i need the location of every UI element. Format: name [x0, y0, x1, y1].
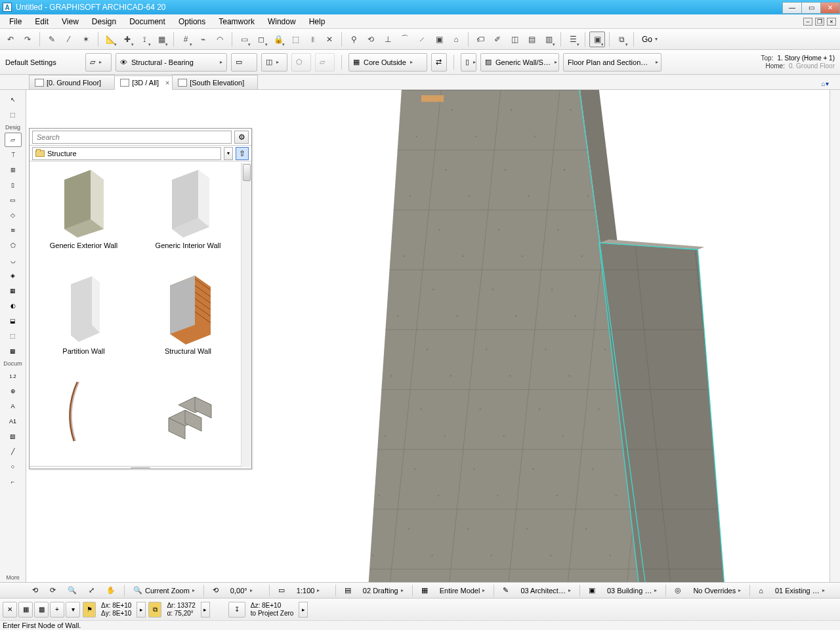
- split-button[interactable]: ⟋: [414, 32, 430, 47]
- find-button[interactable]: ⚲: [346, 32, 362, 47]
- open-view-button[interactable]: ☰: [565, 32, 581, 47]
- polyline-tool[interactable]: ⌐: [5, 474, 22, 489]
- maximize-button[interactable]: ▭: [801, 2, 821, 14]
- more-tools-label[interactable]: More: [3, 573, 23, 582]
- inject-button[interactable]: ⁄: [61, 32, 77, 47]
- zoom-selector[interactable]: 🔍 Current Zoom▸: [129, 584, 200, 597]
- pen-set-icon[interactable]: ✎: [498, 584, 513, 597]
- grid-plus-button[interactable]: +: [50, 602, 64, 618]
- favorites-settings-button[interactable]: ⚙: [234, 131, 249, 144]
- selection-button[interactable]: ⟲: [363, 32, 379, 47]
- curtain-wall-tool[interactable]: ▦: [5, 284, 22, 298]
- minimize-button[interactable]: —: [782, 2, 802, 14]
- prev-zoom-button[interactable]: ⟲: [28, 584, 43, 597]
- menu-document[interactable]: Document: [123, 14, 172, 28]
- tab-overflow-button[interactable]: ⌂▾: [815, 77, 835, 89]
- wall-tool[interactable]: ▱: [5, 133, 22, 147]
- marquee-tool[interactable]: ⬚: [5, 108, 22, 122]
- menu-help[interactable]: Help: [303, 14, 332, 28]
- home-story-value[interactable]: 0. Ground Floor: [789, 62, 835, 70]
- next-zoom-button[interactable]: ⟳: [45, 584, 60, 597]
- favorite-item[interactable]: Generic Exterior Wall: [35, 167, 133, 266]
- home-button[interactable]: ⌂: [448, 32, 464, 47]
- level-dim-tool[interactable]: ⊕: [5, 384, 22, 398]
- tab-3d-all[interactable]: [3D / All]×: [114, 75, 173, 90]
- mvo-icon[interactable]: ▣: [584, 584, 600, 597]
- dimension-tool[interactable]: 1.2: [5, 369, 22, 383]
- tab-ground-floor[interactable]: [0. Ground Floor]: [29, 75, 115, 89]
- 3d-window-button[interactable]: ▣: [589, 32, 605, 47]
- favorite-item[interactable]: Partition Wall: [35, 272, 133, 371]
- favorites-folder-dropdown[interactable]: ▾: [224, 147, 233, 160]
- align-button[interactable]: ⬚: [287, 32, 303, 47]
- arrow-tool[interactable]: ↖: [5, 93, 22, 107]
- flip-button[interactable]: ⇄: [431, 53, 447, 72]
- magic-wand-button[interactable]: ✶: [78, 32, 94, 47]
- floor-plan-display-selector[interactable]: Floor Plan and Section…▸: [563, 53, 662, 72]
- override-selector[interactable]: No Overrides▸: [688, 584, 746, 597]
- ruler-button[interactable]: 📐: [102, 32, 118, 47]
- grid-button[interactable]: #: [178, 32, 194, 47]
- geometry-method-4[interactable]: ▱: [315, 53, 335, 72]
- polar-next-button[interactable]: ▸: [201, 602, 210, 618]
- menu-window[interactable]: Window: [261, 14, 303, 28]
- redo-button[interactable]: ↷: [20, 32, 35, 47]
- polar-button[interactable]: ⧉: [148, 602, 161, 618]
- layer-combo-selector[interactable]: 02 Drafting▸: [358, 584, 408, 597]
- angle-value[interactable]: 0,00°▸: [226, 584, 265, 597]
- snap-button[interactable]: ⟟: [136, 32, 152, 47]
- undo-button[interactable]: ↶: [3, 32, 18, 47]
- edit-button[interactable]: ✐: [490, 32, 505, 47]
- grid-dd-button[interactable]: ▾: [66, 602, 80, 618]
- schedule-button[interactable]: ◫: [507, 32, 522, 47]
- anchor-button[interactable]: ⚑: [83, 602, 96, 618]
- marquee-button[interactable]: ▭: [236, 32, 252, 47]
- text-tool[interactable]: A: [5, 399, 22, 413]
- mdi-restore-button[interactable]: ❐: [815, 18, 824, 26]
- shell-tool[interactable]: ◡: [5, 253, 22, 268]
- menu-teamwork[interactable]: Teamwork: [212, 14, 261, 28]
- distribute-button[interactable]: ⫴: [304, 32, 320, 47]
- beam-tool[interactable]: ▭: [5, 193, 22, 207]
- element-button[interactable]: ▣: [431, 32, 447, 47]
- skylight-tool[interactable]: ◈: [5, 268, 22, 283]
- roof-tool[interactable]: ⬠: [5, 238, 22, 253]
- fillet-button[interactable]: ⌒: [397, 32, 413, 47]
- pen-set-selector[interactable]: 03 Architect…▸: [516, 584, 575, 597]
- circle-tool[interactable]: ○: [5, 459, 22, 474]
- scale-icon[interactable]: ▭: [274, 584, 289, 597]
- ruler2-button[interactable]: ⊥: [380, 32, 396, 47]
- tab-south-elevation[interactable]: [South Elevation]: [172, 75, 258, 89]
- origin-button[interactable]: ✕: [3, 602, 17, 618]
- suspend-button[interactable]: ◻: [253, 32, 269, 47]
- model-view-button[interactable]: ▥: [541, 32, 556, 47]
- id-button[interactable]: 🏷: [472, 32, 488, 47]
- reference-line-selector[interactable]: ▦ Core Outside▸: [348, 53, 427, 72]
- mesh-tool[interactable]: ▩: [5, 344, 22, 358]
- surface-snap-button[interactable]: ◠: [212, 32, 228, 47]
- reno-icon[interactable]: ⌂: [754, 584, 768, 597]
- pop-view-button[interactable]: ⧉: [614, 32, 629, 47]
- line-tool[interactable]: ╱: [5, 444, 22, 459]
- gravity-toggle[interactable]: ↧: [228, 602, 245, 618]
- pan-button[interactable]: ✋: [102, 584, 120, 597]
- menu-options[interactable]: Options: [172, 14, 212, 28]
- guides-button[interactable]: ✚: [119, 32, 135, 47]
- wall-tool-icon[interactable]: ▱▸: [85, 53, 112, 72]
- menu-design[interactable]: Design: [85, 14, 123, 28]
- profile-button[interactable]: ▯▸: [461, 53, 476, 72]
- favorite-item[interactable]: [35, 379, 133, 461]
- slab-tool[interactable]: ◇: [5, 208, 22, 222]
- layer-combo-icon[interactable]: ▤: [340, 584, 356, 597]
- xy-next-button[interactable]: ▸: [136, 602, 146, 618]
- object-tool[interactable]: ⬓: [5, 314, 22, 328]
- z-next-button[interactable]: ▸: [299, 602, 308, 618]
- menu-view[interactable]: View: [55, 14, 85, 28]
- geometry-method-3[interactable]: ⬠: [291, 53, 311, 72]
- partial-display-icon[interactable]: ▦: [417, 584, 432, 597]
- column-tool[interactable]: ▯: [5, 178, 22, 192]
- panel-resize-grip[interactable]: [30, 466, 251, 469]
- partial-display-selector[interactable]: Entire Model▸: [435, 584, 490, 597]
- menu-edit[interactable]: Edit: [28, 14, 55, 28]
- gravity-button[interactable]: ⌁: [195, 32, 211, 47]
